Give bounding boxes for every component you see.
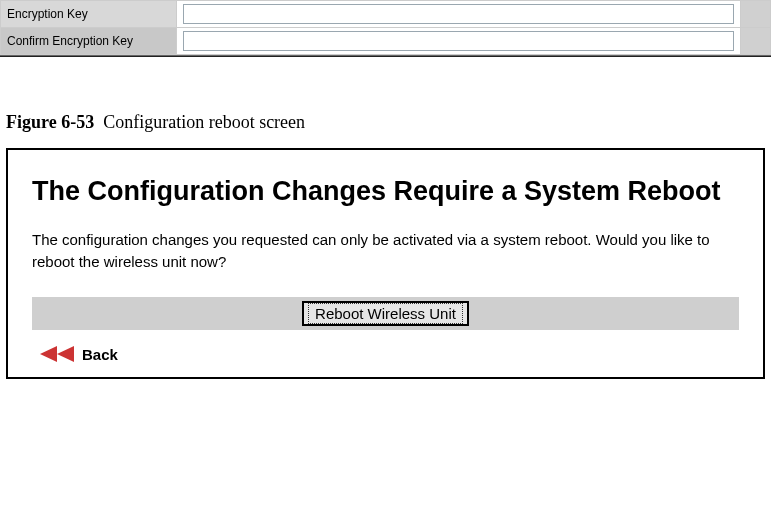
back-arrows-icon (40, 346, 74, 362)
encryption-key-label: Encryption Key (1, 1, 177, 28)
confirm-encryption-key-label: Confirm Encryption Key (1, 28, 177, 55)
spacer-cell (740, 28, 770, 55)
figure-caption: Figure 6-53 Configuration reboot screen (6, 112, 771, 133)
reboot-message: The configuration changes you requested … (32, 229, 739, 273)
page-title: The Configuration Changes Require a Syst… (32, 170, 739, 213)
encryption-form: Encryption Key Confirm Encryption Key (0, 0, 771, 55)
spacer-cell (740, 1, 770, 28)
divider (0, 55, 771, 57)
encryption-key-input[interactable] (183, 4, 734, 24)
figure-number: Figure 6-53 (6, 112, 94, 132)
confirm-encryption-key-input[interactable] (183, 31, 734, 51)
figure-title: Configuration reboot screen (103, 112, 305, 132)
reboot-button-label: Reboot Wireless Unit (308, 303, 463, 324)
reboot-wireless-unit-button[interactable]: Reboot Wireless Unit (302, 301, 469, 326)
svg-marker-1 (57, 346, 74, 362)
back-link[interactable]: Back (32, 346, 118, 363)
svg-marker-0 (40, 346, 57, 362)
back-label: Back (82, 346, 118, 363)
reboot-screen: The Configuration Changes Require a Syst… (6, 148, 765, 379)
button-bar: Reboot Wireless Unit (32, 297, 739, 330)
